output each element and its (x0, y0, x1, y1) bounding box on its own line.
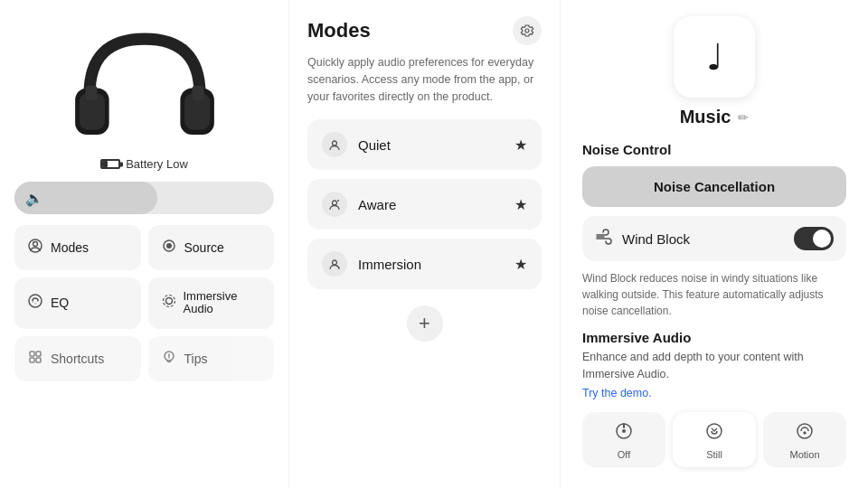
middle-panel: Modes Quickly apply audio preferences fo… (289, 0, 561, 488)
noise-control-title: Noise Control (582, 142, 846, 157)
nav-item-source[interactable]: Source (148, 225, 275, 270)
volume-icon: 🔈 (25, 190, 43, 207)
mode-item-aware[interactable]: Aware ★ (307, 179, 542, 230)
gear-button[interactable] (513, 16, 542, 45)
battery-icon (100, 159, 120, 169)
svg-point-12 (163, 296, 175, 307)
nav-item-immersive[interactable]: Immersive Audio (148, 277, 275, 329)
svg-rect-4 (85, 86, 97, 101)
svg-point-20 (333, 141, 337, 145)
left-panel: Battery Low 🔈 Modes Source EQ (0, 0, 289, 488)
music-note-icon: ♩ (706, 36, 723, 78)
svg-point-8 (166, 243, 172, 249)
nav-item-tips[interactable]: Tips (148, 336, 275, 381)
shortcuts-label: Shortcuts (51, 352, 104, 366)
svg-point-22 (337, 200, 339, 202)
modes-description: Quickly apply audio preferences for ever… (307, 54, 542, 105)
battery-label: Battery Low (126, 157, 188, 171)
svg-point-26 (622, 429, 626, 433)
immersion-star[interactable]: ★ (514, 256, 527, 273)
svg-rect-15 (30, 358, 34, 362)
immersive-audio-desc: Enhance and add depth to your content wi… (582, 349, 846, 383)
immersion-label: Immersion (358, 257, 514, 272)
mode-item-quiet[interactable]: Quiet ★ (307, 119, 542, 170)
edit-icon[interactable]: ✏ (738, 110, 749, 125)
immersive-still-label: Still (706, 449, 722, 460)
mode-item-immersion[interactable]: Immersion ★ (307, 239, 542, 289)
music-card: ♩ Music ✏ (582, 16, 846, 127)
immersive-motion-button[interactable]: Motion (763, 412, 846, 467)
quiet-icon (322, 132, 347, 157)
shortcuts-icon (27, 349, 43, 369)
immersive-off-label: Off (618, 449, 630, 460)
svg-rect-16 (36, 358, 41, 362)
svg-point-10 (29, 295, 42, 307)
svg-rect-13 (30, 352, 34, 356)
immersive-controls: Off Still Motion (582, 412, 846, 467)
immersive-still-button[interactable]: Still (673, 412, 756, 467)
music-title-row: Music ✏ (680, 107, 750, 127)
eq-label: EQ (51, 296, 69, 310)
immersive-nav-icon (161, 293, 177, 313)
svg-point-23 (333, 260, 337, 265)
try-demo-link[interactable]: Try the demo. (582, 387, 846, 399)
aware-star[interactable]: ★ (514, 196, 527, 213)
svg-point-19 (168, 357, 169, 358)
wind-block-row: Wind Block (582, 216, 846, 261)
nav-grid: Modes Source EQ Immersive Audio (14, 225, 274, 381)
immersive-off-icon (614, 421, 634, 446)
modes-header: Modes (307, 16, 542, 45)
immersive-motion-label: Motion (789, 449, 819, 460)
immersive-off-button[interactable]: Off (582, 412, 665, 467)
svg-rect-5 (192, 86, 203, 101)
svg-point-11 (165, 298, 172, 305)
add-mode-button[interactable]: + (407, 305, 443, 342)
battery-row: Battery Low (100, 157, 188, 171)
immersive-motion-icon (795, 421, 815, 446)
nav-item-eq[interactable]: EQ (14, 277, 141, 329)
immersion-icon (322, 251, 347, 277)
tips-label: Tips (184, 352, 208, 366)
svg-rect-14 (36, 352, 41, 356)
quiet-label: Quiet (358, 137, 514, 153)
headphone-image (54, 9, 235, 154)
volume-bar[interactable]: 🔈 (14, 182, 274, 214)
source-icon (161, 238, 177, 258)
wind-block-description: Wind Block reduces noise in windy situat… (582, 270, 846, 319)
music-icon-box: ♩ (674, 16, 755, 98)
immersive-label-1: Immersive Audio (184, 290, 262, 316)
immersive-audio-title: Immersive Audio (582, 330, 846, 345)
tips-icon (161, 349, 177, 369)
nav-item-modes[interactable]: Modes (14, 225, 141, 270)
modes-title: Modes (307, 19, 371, 42)
wind-icon (595, 228, 613, 250)
nav-item-shortcuts[interactable]: Shortcuts (14, 336, 141, 381)
source-label: Source (184, 240, 224, 255)
aware-label: Aware (358, 197, 514, 212)
quiet-star[interactable]: ★ (514, 136, 527, 154)
aware-icon (322, 192, 347, 217)
right-panel: ♩ Music ✏ Noise Control Noise Cancellati… (561, 0, 868, 488)
wind-block-label: Wind Block (622, 231, 794, 247)
svg-point-7 (33, 242, 38, 247)
wind-block-toggle[interactable] (794, 227, 834, 250)
music-title: Music (680, 107, 731, 127)
eq-icon (27, 293, 43, 313)
modes-icon (27, 238, 43, 258)
modes-label: Modes (51, 240, 89, 255)
immersive-still-icon (704, 421, 724, 446)
noise-cancellation-button[interactable]: Noise Cancellation (582, 166, 846, 207)
svg-point-21 (333, 201, 337, 205)
